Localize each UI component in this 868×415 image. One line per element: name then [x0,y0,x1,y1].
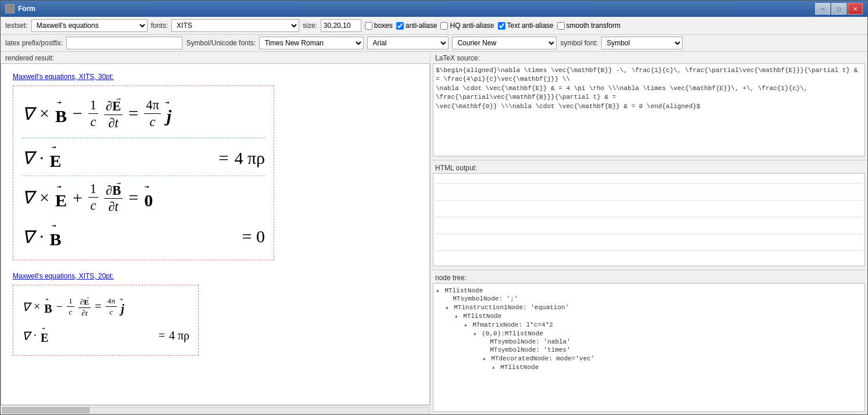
equals1: = [128,103,138,123]
tree-item-2[interactable]: ▴ MTinstruction1Node: 'equation' [436,303,862,312]
symbol-font-label: symbol font: [560,39,598,47]
expand-icon-5[interactable]: ▴ [473,330,477,337]
dot4: · [40,227,44,246]
rendered-content: Maxwell's equations, XITS, 30pt: ∇ × ⃗ B… [1,64,429,405]
tree-node-5: (0,0):MTlistNode [482,330,543,337]
anti-aliase-label: anti-aliase [406,22,437,30]
divider1 [431,160,867,160]
times1: × [40,103,49,123]
expand-icon-2[interactable]: ▴ [445,304,449,311]
nabla3: ∇ [22,187,34,208]
frac-dE-dt: ∂E⃗ ∂t [104,96,123,131]
tree-item-8[interactable]: ▴ MTdecoratedNode: mode='vec' [436,354,862,363]
arial-dropdown[interactable]: Arial [367,37,449,49]
section2-title[interactable]: Maxwell's equations, XITS, 20pt: [13,272,418,280]
minus1: − [73,103,83,123]
horizontal-scrollbar[interactable] [1,405,430,414]
equation-box-20pt: ∇ × ⃗ B − 1 c ∂ [13,285,199,356]
tree-item-0[interactable]: ▴ MTlistNode [436,286,862,295]
equals2-20: = [159,329,165,342]
tree-node-7: MTsymbolNode: 'times' [482,346,571,353]
minimize-button[interactable]: ─ [815,3,830,15]
window-icon [5,4,15,13]
expand-icon-3[interactable]: ▴ [454,313,458,320]
frac-dE-dt-20: ∂E⃗ ∂t [78,296,91,318]
hq-anti-aliase-checkbox[interactable] [440,22,448,30]
h-scroll-track[interactable] [2,407,429,414]
main-window: Form ─ □ ✕ testset: Maxwell's equations … [0,0,868,415]
smooth-transform-label: smooth transform [566,22,620,30]
testset-dropdown[interactable]: Maxwell's equations [31,19,148,32]
smooth-transform-checkbox[interactable] [557,22,565,30]
expand-icon-0[interactable]: ▴ [436,287,440,294]
maximize-button[interactable]: □ [831,3,847,15]
html-line-1 [436,183,862,184]
latex-source-area[interactable]: $\begin{aligned}\nabla \times \vec{\math… [433,63,865,156]
math-row-1-20: ∇ × ⃗ B − 1 c ∂ [22,291,189,323]
courier-dropdown[interactable]: Courier New [452,37,557,49]
html-section: HTML output: [431,162,867,269]
html-line-4 [436,234,862,234]
frac-4pi-c-20: 4π c [106,296,117,317]
html-output-lines [436,176,862,266]
frac-1c-2: 1 c [88,181,98,213]
val-4pi-rho-20: 4 πρ [169,329,189,342]
math-row-4: ∇ · ⃗ B = 0 [22,219,265,254]
boxes-checkbox[interactable] [365,22,372,30]
rendered-result-label: rendered result: [1,52,430,63]
h-scroll-thumb[interactable] [2,407,89,413]
tree-node-1: MTsymbolNode: ';' [445,295,518,302]
symbol-unicode-label: Symbol/Unicode fonts: [186,39,256,47]
vec-j-20: ⃗ j [121,298,124,316]
text-anti-aliase-label: Text anti-aliase [507,22,554,30]
times3: × [40,188,49,208]
fonts-dropdown[interactable]: XITS [171,19,299,32]
boxes-checkbox-group: boxes [365,22,393,30]
vec-E3: ⃗ E [55,185,67,210]
hq-anti-aliase-checkbox-group: HQ anti-aliase [440,22,494,30]
size-label: size: [303,22,317,30]
testset-label: testset: [5,22,28,30]
tree-node-6: MTsymbolNode: 'nabla' [482,338,571,345]
vec-E2-20: ⃗ E [41,327,48,345]
frac-4pi-c: 4π c [144,98,161,130]
nabla2-20: ∇ [22,329,30,343]
rendered-scroll[interactable]: Maxwell's equations, XITS, 30pt: ∇ × ⃗ B… [1,63,430,405]
node-tree-area[interactable]: ▴ MTlistNode MTsymbolNode: ';' ▴ MTinstr… [433,283,865,412]
tree-item-3[interactable]: ▴ MTlistNode [436,312,862,320]
anti-aliase-checkbox-group: anti-aliase [396,22,437,30]
tree-node-4: MTmatrixNode: l*c=4*2 [472,321,553,328]
equation-box-30pt: ∇ × ⃗ B − 1 c ∂ [13,85,274,260]
size-input[interactable] [321,19,361,32]
expand-icon-8[interactable]: ▴ [482,355,486,362]
tree-item-9[interactable]: ▴ MTlistNode [436,363,862,371]
html-output-label: HTML output: [431,162,867,173]
text-anti-aliase-checkbox[interactable] [498,22,505,30]
title-bar: Form ─ □ ✕ [1,1,867,17]
close-button[interactable]: ✕ [848,3,863,15]
symbol-unicode-dropdown[interactable]: Times New Roman [259,37,364,49]
tree-item-4[interactable]: ▴ MTmatrixNode: l*c=4*2 [436,320,862,329]
expand-icon-4[interactable]: ▴ [464,321,468,328]
plus3: + [73,188,83,208]
tree-item-1[interactable]: MTsymbolNode: ';' [436,295,862,303]
tree-node-0: MTlistNode [444,287,483,294]
toolbar-row1: testset: Maxwell's equations fonts: XITS… [1,17,867,35]
tree-node-9: MTlistNode [500,364,539,371]
latex-prefix-input[interactable] [66,37,182,49]
expand-icon-9[interactable]: ▴ [492,364,496,371]
tree-item-5[interactable]: ▴ (0,0):MTlistNode [436,329,862,338]
main-content: rendered result: Maxwell's equations, XI… [1,52,867,414]
val-4pi-rho: 4 πρ [234,148,265,168]
tree-item-7[interactable]: MTsymbolNode: 'times' [436,346,862,354]
anti-aliase-checkbox[interactable] [396,22,404,30]
section1-title[interactable]: Maxwell's equations, XITS, 30pt: [13,73,418,81]
tree-item-6[interactable]: MTsymbolNode: 'nabla' [436,338,862,346]
frac-dB-dt: ∂B⃗ ∂t [104,181,123,215]
blue-divider [22,138,265,138]
latex-prefix-label: latex prefix/postfix: [5,39,63,47]
boxes-label: boxes [374,22,393,30]
symbol-font-dropdown[interactable]: Symbol [601,37,683,49]
nabla1-20: ∇ [22,300,30,314]
html-output-area[interactable] [433,173,865,266]
